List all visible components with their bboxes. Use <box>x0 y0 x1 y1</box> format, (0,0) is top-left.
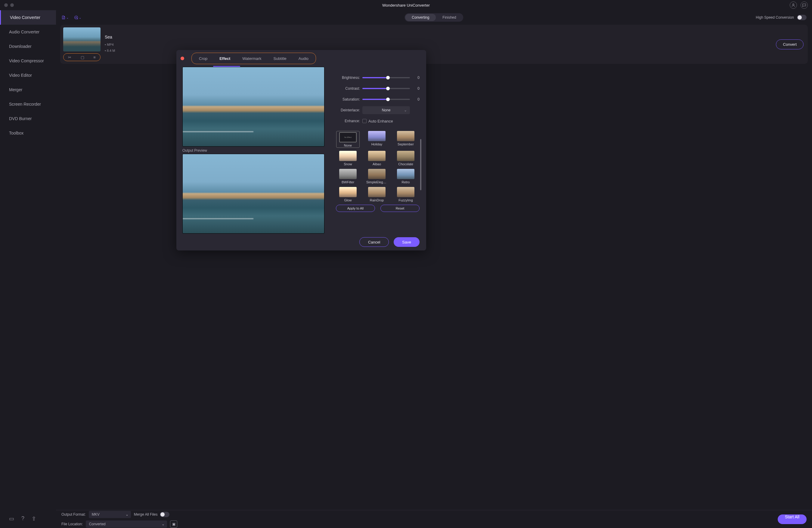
save-button[interactable]: Save <box>394 237 420 247</box>
minimize-icon[interactable] <box>10 3 14 7</box>
trim-icon[interactable]: ✂ <box>68 55 71 60</box>
output-preview <box>183 154 324 233</box>
effect-dialog: Crop Effect Watermark Subtitle Audio Out… <box>176 50 426 251</box>
sidebar: Video Converter Audio Converter Download… <box>0 10 56 528</box>
file-title: Sea <box>105 34 115 40</box>
svg-point-2 <box>76 17 76 18</box>
brightness-value: 0 <box>412 75 420 80</box>
sidebar-item-audio-converter[interactable]: Audio Converter <box>0 25 56 39</box>
sidebar-item-dvd-burner[interactable]: DVD Burner <box>0 111 56 126</box>
dialog-close-icon[interactable] <box>180 57 184 60</box>
filter-holiday[interactable]: Holiday <box>365 131 389 148</box>
contrast-value: 0 <box>412 86 420 90</box>
file-location-label: File Location: <box>61 522 83 526</box>
sidebar-item-screen-recorder[interactable]: Screen Recorder <box>0 97 56 111</box>
crop-icon[interactable]: ▢ <box>81 55 84 60</box>
contrast-label: Contrast: <box>336 86 360 90</box>
sidebar-item-video-compressor[interactable]: Video Compressor <box>0 54 56 68</box>
dialog-tabs: Crop Effect Watermark Subtitle Audio <box>191 53 316 64</box>
filter-none[interactable]: No EffectNone <box>336 131 360 148</box>
file-size: 8.4 M <box>107 49 115 52</box>
file-format: MP4 <box>107 43 114 46</box>
share-icon[interactable]: ⇪ <box>32 515 36 522</box>
deinterlace-select[interactable]: None <box>362 106 410 114</box>
saturation-label: Saturation: <box>336 97 360 101</box>
load-dvd-button[interactable]: ⌄ <box>74 14 81 21</box>
auto-enhance-checkbox[interactable] <box>362 119 366 123</box>
tab-crop[interactable]: Crop <box>193 53 213 64</box>
file-thumbnail[interactable] <box>63 27 101 52</box>
file-location-select[interactable]: Converted <box>86 520 167 528</box>
convert-button[interactable]: Convert <box>776 40 803 49</box>
panel-toolbar: ⌄ ⌄ Converting Finished High Speed Conve… <box>56 10 812 25</box>
tab-converting[interactable]: Converting <box>405 14 436 21</box>
saturation-value: 0 <box>412 97 420 101</box>
filters-grid: No EffectNone Holiday September Snow Aib… <box>336 131 420 202</box>
apply-to-all-button[interactable]: Apply to All <box>336 205 375 212</box>
saturation-slider[interactable] <box>362 99 410 100</box>
status-segment: Converting Finished <box>405 13 463 22</box>
titlebar: Wondershare UniConverter <box>0 0 812 10</box>
output-preview-label: Output Preview <box>183 148 333 153</box>
filter-fuzzyimg[interactable]: FuzzyImg <box>394 187 418 202</box>
filter-retro[interactable]: Retro <box>394 169 418 184</box>
output-format-select[interactable]: MKV <box>89 511 131 518</box>
tab-finished[interactable]: Finished <box>436 14 463 21</box>
help-icon[interactable]: ? <box>21 515 24 522</box>
enhance-label: Enhance: <box>336 119 360 123</box>
reset-button[interactable]: Reset <box>380 205 420 212</box>
sidebar-item-downloader[interactable]: Downloader <box>0 39 56 54</box>
thumbnail-toolbar: ✂ ▢ ≡ <box>63 53 101 61</box>
feedback-icon[interactable] <box>800 1 808 9</box>
main-panel: ⌄ ⌄ Converting Finished High Speed Conve… <box>56 10 812 528</box>
merge-all-label: Merge All Files <box>134 512 158 516</box>
window-title: Wondershare UniConverter <box>382 3 430 8</box>
auto-enhance-label: Auto Enhance <box>368 119 393 124</box>
svg-point-0 <box>793 4 794 5</box>
high-speed-toggle[interactable] <box>797 15 807 20</box>
filter-chocolate[interactable]: Chocolate <box>394 151 418 166</box>
cancel-button[interactable]: Cancel <box>359 237 389 247</box>
sidebar-item-video-editor[interactable]: Video Editor <box>0 68 56 83</box>
filters-scrollbar[interactable] <box>420 139 421 190</box>
window-controls <box>4 3 14 7</box>
bottom-bar: Output Format: MKV Merge All Files File … <box>56 510 812 528</box>
tab-watermark[interactable]: Watermark <box>236 53 267 64</box>
start-all-button[interactable]: Start All <box>778 514 807 524</box>
filter-bwfilter[interactable]: BWFilter <box>336 169 360 184</box>
high-speed-conversion: High Speed Conversion <box>756 15 807 20</box>
add-file-button[interactable]: ⌄ <box>61 14 69 21</box>
tab-audio[interactable]: Audio <box>292 53 315 64</box>
sidebar-item-video-converter[interactable]: Video Converter <box>0 10 56 25</box>
tab-subtitle[interactable]: Subtitle <box>267 53 292 64</box>
file-card: ✂ ▢ ≡ Sea • MP4 • 8.4 M Convert <box>60 25 808 64</box>
brightness-label: Brightness: <box>336 75 360 80</box>
sidebar-item-toolbox[interactable]: Toolbox <box>0 126 56 140</box>
tutorial-icon[interactable]: ▭ <box>9 515 14 522</box>
filter-glow[interactable]: Glow <box>336 187 360 202</box>
filter-aibao[interactable]: Aibao <box>365 151 389 166</box>
filter-raindrop[interactable]: RainDrop <box>365 187 389 202</box>
brightness-slider[interactable] <box>362 77 410 78</box>
account-icon[interactable] <box>790 1 797 9</box>
deinterlace-label: Deinterlace: <box>336 108 360 112</box>
contrast-slider[interactable] <box>362 88 410 89</box>
close-icon[interactable] <box>4 3 8 7</box>
open-folder-icon[interactable]: ▣ <box>170 520 177 528</box>
tab-effect[interactable]: Effect <box>213 53 236 64</box>
adjust-icon[interactable]: ≡ <box>93 55 96 60</box>
filter-snow[interactable]: Snow <box>336 151 360 166</box>
merge-all-toggle[interactable] <box>160 512 170 517</box>
sidebar-item-merger[interactable]: Merger <box>0 83 56 97</box>
filter-simpleelegant[interactable]: SimpleElegant <box>365 169 389 184</box>
source-preview <box>183 67 324 147</box>
high-speed-label: High Speed Conversion <box>756 15 794 19</box>
filter-september[interactable]: September <box>394 131 418 148</box>
output-format-label: Output Format: <box>61 512 86 516</box>
